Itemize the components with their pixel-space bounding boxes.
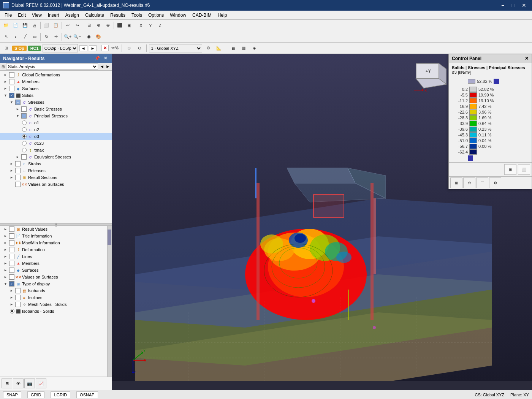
toolbar-btn-xz[interactable]: Z xyxy=(155,21,165,30)
cb-def[interactable] xyxy=(9,247,14,252)
cb-rel[interactable] xyxy=(15,168,21,173)
s-op-badge[interactable]: S Op xyxy=(12,46,27,51)
nav-pin-btn[interactable]: 📌 xyxy=(93,55,101,61)
cb-rv[interactable] xyxy=(9,226,14,232)
cb-rs[interactable] xyxy=(15,175,21,180)
tree-title-info[interactable]: ► 📄 Title Information xyxy=(0,233,112,239)
tree-strains[interactable]: ► ε Strains xyxy=(0,160,112,167)
sb-grid[interactable]: GRID xyxy=(27,391,45,398)
eye-btn[interactable]: 👁% xyxy=(110,44,119,53)
tree-surfaces-lower[interactable]: ► ◆ Surfaces xyxy=(0,267,112,274)
cb-meml[interactable] xyxy=(9,261,14,266)
tree-isobands[interactable]: ► ▤ Isobands xyxy=(0,287,112,294)
toolbar-btn-yz[interactable]: Y xyxy=(146,21,155,30)
tree-equiv-stresses[interactable]: ► σ Equivalent Stresses xyxy=(0,154,112,160)
toolbar-btn-select[interactable]: ↖ xyxy=(2,32,11,41)
rc-badge[interactable]: RC1 xyxy=(28,46,41,51)
toolbar-btn-node[interactable]: • xyxy=(11,32,20,41)
sb-osnap[interactable]: OSNAP xyxy=(76,391,98,398)
cb-gd[interactable] xyxy=(9,72,14,78)
cb-str[interactable] xyxy=(15,161,21,166)
cb-lines[interactable] xyxy=(9,254,14,259)
render-mode-btn[interactable]: ◈ xyxy=(250,44,259,53)
maximize-button[interactable]: □ xyxy=(508,2,518,9)
cb-ti[interactable] xyxy=(9,233,14,239)
tree-result-sections[interactable]: ► ⊞ Result Sections xyxy=(0,174,112,181)
radio-s123[interactable] xyxy=(22,141,27,146)
tree-releases[interactable]: ► ↔ Releases xyxy=(0,167,112,174)
menu-item-window[interactable]: Window xyxy=(167,12,189,19)
toolbar-btn-new[interactable]: 📄 xyxy=(11,21,20,30)
tree-stresses[interactable]: ▼ − σ Stresses xyxy=(0,99,112,106)
menu-item-tools[interactable]: Tools xyxy=(128,12,145,19)
layer-btn[interactable]: ▥ xyxy=(239,44,248,53)
cb-isob[interactable] xyxy=(15,288,21,293)
cp-tab-settings[interactable]: ⚙ xyxy=(489,177,501,188)
load-combo-select[interactable]: CO2/p - LC5/p xyxy=(43,44,78,52)
menu-item-results[interactable]: Results xyxy=(107,12,128,19)
tree-lines[interactable]: ► ╱ Lines xyxy=(0,253,112,260)
view-props-btn[interactable]: 📐 xyxy=(214,44,223,53)
tree-maxmin[interactable]: ► ⬆⬇ Max/Min Information xyxy=(0,239,112,246)
close-button[interactable]: ✕ xyxy=(519,2,529,9)
tree-global-deformations[interactable]: ► ⤴ Global Deformations xyxy=(0,71,112,78)
prev-lc-btn[interactable]: ◄ xyxy=(79,45,87,51)
tree-deformation[interactable]: ► ⤴ Deformation xyxy=(0,246,112,253)
tree-surfaces[interactable]: ► ◆ Surfaces xyxy=(0,85,112,92)
menu-item-calculate[interactable]: Calculate xyxy=(82,12,107,19)
menu-item-assign[interactable]: Assign xyxy=(62,12,82,19)
menu-item-view[interactable]: View xyxy=(29,12,45,19)
nav-analysis-select[interactable]: Static Analysis xyxy=(6,63,98,70)
toolbar-btn-copy[interactable]: ⬜ xyxy=(42,21,51,30)
menu-item-edit[interactable]: Edit xyxy=(15,12,29,19)
cb-vosl[interactable] xyxy=(9,274,14,280)
tree-solids[interactable]: ▼ ✓ ⬛ Solids xyxy=(0,92,112,99)
cb-solids[interactable]: ✓ xyxy=(9,93,14,98)
menu-item-cad-bim[interactable]: CAD-BIM xyxy=(189,12,215,19)
tree-sigma3[interactable]: σ σ3 xyxy=(0,133,112,140)
nav-next-btn[interactable]: ► xyxy=(106,64,110,69)
toolbar-btn-open[interactable]: 📁 xyxy=(2,21,11,30)
toolbar-btn-view[interactable]: 👁 xyxy=(103,21,112,30)
orientation-cube[interactable]: +Y X xyxy=(408,56,446,94)
hide-all-btn[interactable]: ⊖ xyxy=(135,44,144,53)
cp-copy-btn[interactable]: ⬜ xyxy=(518,164,530,175)
cp-close-btn[interactable]: ✕ xyxy=(525,56,529,61)
clear-results-btn[interactable]: ✕ xyxy=(101,45,109,51)
toolbar-btn-move[interactable]: ✛ xyxy=(51,32,60,41)
toolbar-btn-undo[interactable]: ↩ xyxy=(63,21,72,30)
tree-sigma123[interactable]: σ σ123 xyxy=(0,140,112,147)
menu-item-insert[interactable]: Insert xyxy=(45,12,62,19)
tree-members-lower[interactable]: ► 🔺 Members xyxy=(0,260,112,267)
toolbar-btn-rotate[interactable]: ↻ xyxy=(42,32,51,41)
sb-lgrid[interactable]: LGRID xyxy=(51,391,70,398)
toolbar-btn-print[interactable]: 🖨 xyxy=(30,21,39,30)
radio-tmax[interactable] xyxy=(22,148,27,152)
next-lc-btn[interactable]: ► xyxy=(89,45,97,51)
nav-btn-table[interactable]: ⊞ xyxy=(2,378,12,388)
toolbar-btn-surface[interactable]: ▭ xyxy=(30,32,39,41)
view-select[interactable]: 1 - Global XYZ xyxy=(149,44,202,52)
tree-basic-stresses[interactable]: ► σ Basic Stresses xyxy=(0,106,112,112)
nav-results-btn[interactable]: ⊞ xyxy=(2,44,11,53)
radio-s2[interactable] xyxy=(22,127,27,132)
radio-s1[interactable] xyxy=(22,120,27,125)
tree-members[interactable]: ► 🔺 Members xyxy=(0,78,112,85)
cb-mem[interactable] xyxy=(9,79,14,84)
tree-isobands-solids[interactable]: ⬛ Isobands - Solids xyxy=(0,308,112,315)
cb-mm[interactable] xyxy=(9,240,14,245)
cb-mns[interactable] xyxy=(15,302,21,307)
toolbar-btn-color[interactable]: 🎨 xyxy=(94,32,103,41)
tree-mesh-nodes-solids[interactable]: ► ⊹ Mesh Nodes - Solids xyxy=(0,301,112,308)
sb-snap[interactable]: SNAP xyxy=(3,391,21,398)
nav-btn-eye[interactable]: 👁 xyxy=(13,378,24,388)
cp-tab-list[interactable]: ☰ xyxy=(476,177,488,188)
toolbar-btn-paste[interactable]: 📋 xyxy=(51,21,60,30)
cb-bs[interactable] xyxy=(21,106,27,112)
cp-table-btn[interactable]: ⊞ xyxy=(504,164,516,175)
cp-tab-view[interactable]: ⚖ xyxy=(463,177,475,188)
cb-es[interactable] xyxy=(21,154,27,160)
tree-principal-stresses[interactable]: ▼ − σ Principal Stresses xyxy=(0,112,112,119)
toolbar-btn-zoom-in[interactable]: 🔍+ xyxy=(63,32,72,41)
toolbar-btn-snap[interactable]: ⊕ xyxy=(94,21,103,30)
